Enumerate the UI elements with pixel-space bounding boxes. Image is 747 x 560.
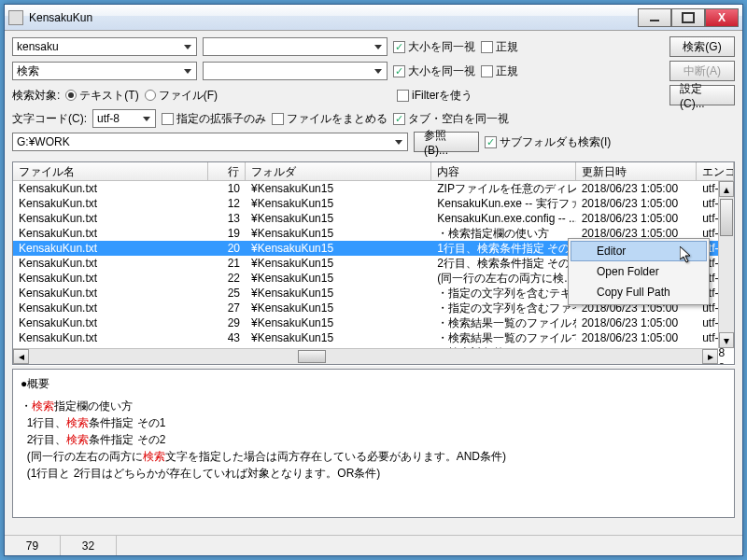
keyword2b-combo[interactable]	[203, 62, 388, 80]
keyword2-combo[interactable]: 検索	[12, 62, 197, 80]
settings-button[interactable]: 設定(C)...	[669, 85, 735, 105]
scroll-thumb[interactable]	[298, 350, 326, 363]
preview-line: 1行目、検索条件指定 その1	[21, 414, 726, 431]
scroll-down-icon[interactable]: ▾	[719, 332, 734, 348]
preview-line: ・検索指定欄の使い方	[21, 398, 726, 414]
col-enc[interactable]: エンコー	[697, 162, 734, 180]
preview-line: (1行目と 2行目はどちらかが存在していれば対象となります。OR条件)	[21, 465, 726, 482]
encoding-combo[interactable]: utf-8	[92, 109, 156, 128]
ifilter-checkbox[interactable]: iFilterを使う	[397, 88, 472, 104]
preview-line: ●概要	[21, 375, 726, 392]
col-content[interactable]: 内容	[431, 162, 575, 180]
context-menu: Editor Open Folder Copy Full Path	[568, 238, 710, 305]
groupfiles-checkbox[interactable]: ファイルをまとめる	[272, 111, 388, 127]
scroll-up-icon[interactable]: ▴	[719, 181, 734, 197]
chevron-down-icon[interactable]	[180, 63, 195, 78]
col-folder[interactable]: フォルダ	[246, 162, 431, 180]
status-cell-2: 32	[61, 536, 117, 555]
maximize-button[interactable]	[671, 8, 705, 27]
chevron-down-icon[interactable]	[180, 39, 195, 54]
horizontal-scrollbar[interactable]: ◂▸	[13, 348, 718, 364]
browse-button[interactable]: 参照(B)...	[414, 132, 479, 152]
encoding-label: 文字コード(C):	[12, 111, 87, 127]
target-text-radio[interactable]: テキスト(T)	[65, 88, 138, 104]
case-checkbox-1[interactable]: 大小を同一視	[393, 39, 475, 55]
chevron-down-icon[interactable]	[371, 63, 386, 78]
keyword1b-combo[interactable]	[203, 37, 388, 56]
menu-open-folder[interactable]: Open Folder	[571, 261, 707, 282]
scroll-right-icon[interactable]: ▸	[702, 349, 718, 364]
tabspace-checkbox[interactable]: タブ・空白を同一視	[393, 111, 509, 127]
titlebar[interactable]: KensakuKun X	[5, 5, 742, 31]
app-icon	[8, 10, 23, 25]
menu-editor[interactable]: Editor	[571, 241, 707, 261]
col-date[interactable]: 更新日時	[576, 162, 698, 180]
grid-header[interactable]: ファイル名 行 フォルダ 内容 更新日時 エンコー	[13, 162, 734, 181]
vertical-scrollbar[interactable]: ▴▾	[718, 181, 734, 348]
table-row[interactable]: KensakuKun.txt13¥KensakuKun15KensakuKun.…	[13, 211, 734, 226]
col-line[interactable]: 行	[208, 162, 246, 180]
table-row[interactable]: KensakuKun.txt29¥KensakuKun15・検索結果一覧のファイ…	[13, 315, 734, 330]
chevron-down-icon[interactable]	[391, 134, 406, 149]
table-row[interactable]: KensakuKun.txt12¥KensakuKun15KensakuKun.…	[13, 196, 734, 211]
minimize-button[interactable]	[638, 8, 671, 27]
table-row[interactable]: KensakuKun.txt43¥KensakuKun15・検索結果一覧のファイ…	[13, 330, 734, 345]
table-row[interactable]: KensakuKun.txt10¥KensakuKun15ZIPファイルを任意の…	[13, 181, 734, 196]
preview-line: 2行目、検索条件指定 その2	[21, 431, 726, 448]
search-button[interactable]: 検索(G)	[669, 36, 735, 57]
folder-combo[interactable]: G:¥WORK	[12, 133, 408, 151]
status-cell-1: 79	[5, 536, 61, 555]
target-label: 検索対象:	[12, 88, 60, 104]
regex-checkbox-2[interactable]: 正規	[481, 63, 518, 79]
keyword1-combo[interactable]: kensaku	[12, 37, 197, 56]
close-button[interactable]: X	[705, 8, 739, 27]
subfolder-checkbox[interactable]: サブフォルダも検索(I)	[485, 134, 611, 150]
chevron-down-icon[interactable]	[371, 39, 386, 54]
status-bar: 79 32	[5, 535, 742, 555]
extonly-checkbox[interactable]: 指定の拡張子のみ	[162, 111, 266, 127]
col-file[interactable]: ファイル名	[13, 162, 208, 180]
abort-button[interactable]: 中断(A)	[669, 61, 735, 81]
preview-line: (同一行の左右の両方に検索文字を指定した場合は両方存在している必要があります。A…	[21, 448, 726, 465]
regex-checkbox-1[interactable]: 正規	[481, 39, 518, 55]
preview-pane[interactable]: ●概要 ・検索指定欄の使い方 1行目、検索条件指定 その1 2行目、検索条件指定…	[12, 369, 735, 518]
menu-copy-path[interactable]: Copy Full Path	[571, 282, 707, 302]
scroll-thumb[interactable]	[720, 199, 733, 236]
case-checkbox-2[interactable]: 大小を同一視	[393, 63, 475, 79]
target-file-radio[interactable]: ファイル(F)	[145, 88, 218, 104]
scroll-left-icon[interactable]: ◂	[13, 349, 29, 364]
chevron-down-icon[interactable]	[139, 111, 154, 126]
window-title: KensakuKun	[29, 11, 638, 24]
